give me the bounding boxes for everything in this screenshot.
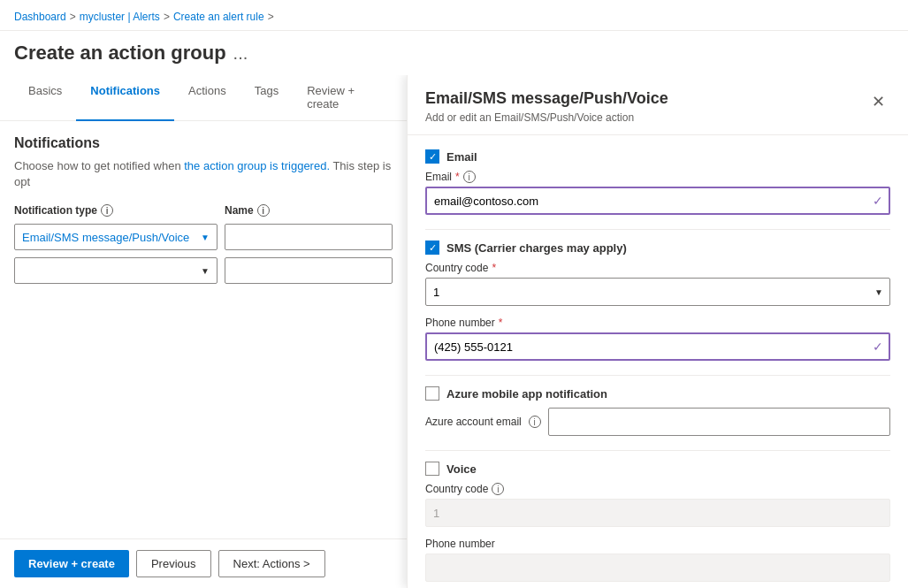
col-type-info-icon[interactable]: i	[101, 204, 113, 217]
flyout-close-button[interactable]: ✕	[866, 89, 890, 114]
breadcrumb-create-rule[interactable]: Create an alert rule	[173, 11, 264, 23]
email-input-wrapper: ✓	[425, 187, 890, 215]
divider-2	[425, 375, 890, 376]
content-wrapper: Basics Notifications Actions Tags Review…	[0, 75, 908, 588]
phone-number-label: Phone number *	[425, 317, 890, 329]
tab-basics[interactable]: Basics	[14, 75, 76, 121]
email-required-star: *	[455, 171, 460, 183]
flyout-header-text: Email/SMS message/Push/Voice Add or edit…	[425, 89, 668, 124]
phone-input[interactable]	[425, 332, 890, 361]
left-panel: Basics Notifications Actions Tags Review…	[0, 75, 407, 588]
email-info-icon[interactable]: i	[463, 171, 476, 183]
voice-checkbox-row: Voice	[425, 462, 890, 476]
phone-input-wrapper: ✓	[425, 332, 890, 361]
voice-country-input: 1	[425, 499, 890, 527]
section-title: Notifications	[14, 135, 393, 151]
breadcrumb-sep-1: >	[70, 11, 76, 23]
page-title-area: Create an action group ...	[0, 31, 908, 75]
voice-checkbox[interactable]	[425, 462, 439, 476]
notif-row-1: Email/SMS message/Push/Voice ▼	[14, 224, 393, 250]
voice-section: Voice Country code i 1 Phone number	[425, 462, 890, 582]
azure-email-row: Azure account email i	[425, 408, 890, 436]
col-name-header: Name i	[225, 204, 393, 217]
phone-number-row: Phone number * ✓	[425, 317, 890, 361]
azure-app-section: Azure mobile app notification Azure acco…	[425, 386, 890, 436]
voice-country-label: Country code i	[425, 483, 890, 495]
email-input[interactable]	[425, 187, 890, 215]
country-code-required-star: *	[492, 262, 496, 274]
notif-name-input-1[interactable]	[225, 224, 393, 250]
section-desc-link[interactable]: the action group is triggered.	[184, 159, 330, 172]
bottom-bar: Review + create Previous Next: Actions >	[0, 538, 407, 588]
azure-app-checkbox-row: Azure mobile app notification	[425, 386, 890, 401]
voice-country-info-icon[interactable]: i	[492, 483, 504, 495]
col-name-info-icon[interactable]: i	[257, 204, 270, 217]
notif-name-input-2[interactable]	[225, 257, 393, 284]
tabs: Basics Notifications Actions Tags Review…	[0, 75, 407, 121]
country-code-label: Country code *	[425, 262, 890, 274]
col-type-header: Notification type i	[14, 204, 217, 217]
email-checkbox[interactable]: ✓	[425, 149, 439, 164]
breadcrumb-dashboard[interactable]: Dashboard	[14, 11, 66, 23]
next-actions-button[interactable]: Next: Actions >	[218, 550, 325, 577]
email-section: ✓ Email Email * i ✓	[425, 149, 890, 215]
voice-phone-row: Phone number	[425, 538, 890, 582]
right-panel: Email/SMS message/Push/Voice Add or edit…	[407, 75, 908, 588]
flyout-body: ✓ Email Email * i ✓	[408, 135, 908, 588]
azure-email-label: Azure account email i	[425, 416, 541, 428]
azure-app-checkbox-label: Azure mobile app notification	[446, 387, 607, 401]
email-checkbox-row: ✓ Email	[425, 149, 890, 164]
voice-phone-label: Phone number	[425, 538, 890, 550]
azure-email-input[interactable]	[548, 408, 890, 436]
email-checkbox-label: Email	[446, 150, 477, 164]
divider-1	[425, 229, 890, 230]
sms-checkbox-row: ✓ SMS (Carrier charges may apply)	[425, 241, 890, 255]
email-label: Email * i	[425, 171, 890, 183]
phone-required-star: *	[499, 317, 503, 329]
notif-row-2: ▼	[14, 257, 393, 284]
breadcrumb-sep-3: >	[268, 11, 274, 23]
tab-tags[interactable]: Tags	[240, 75, 293, 121]
tab-notifications[interactable]: Notifications	[76, 75, 174, 121]
breadcrumb-mycluster[interactable]: mycluster | Alerts	[80, 11, 160, 23]
country-code-row: Country code * 1 44 91 ▼	[425, 262, 890, 306]
email-valid-icon: ✓	[873, 194, 883, 208]
voice-checkbox-label: Voice	[446, 462, 477, 476]
section-desc: Choose how to get notified when the acti…	[14, 158, 393, 190]
sms-section: ✓ SMS (Carrier charges may apply) Countr…	[425, 241, 890, 361]
tab-actions[interactable]: Actions	[174, 75, 240, 121]
notif-type-select-1[interactable]: Email/SMS message/Push/Voice ▼	[14, 224, 217, 250]
voice-phone-input	[425, 554, 890, 582]
email-form-row: Email * i ✓	[425, 171, 890, 215]
azure-email-info-icon[interactable]: i	[529, 416, 541, 428]
azure-email-row-wrapper: Azure account email i	[425, 408, 890, 436]
country-code-select[interactable]: 1 44 91	[425, 278, 890, 306]
flyout-subtitle: Add or edit an Email/SMS/Push/Voice acti…	[425, 111, 668, 124]
phone-valid-icon: ✓	[873, 340, 883, 354]
sms-checkbox-label: SMS (Carrier charges may apply)	[446, 241, 627, 255]
tab-review-create[interactable]: Review + create	[293, 75, 393, 121]
page-title: Create an action group	[14, 42, 226, 65]
azure-app-checkbox[interactable]	[425, 386, 439, 401]
app-container: Dashboard > mycluster | Alerts > Create …	[0, 0, 908, 588]
sms-checkbox[interactable]: ✓	[425, 241, 439, 255]
country-code-select-wrapper: 1 44 91 ▼	[425, 278, 890, 306]
review-create-button[interactable]: Review + create	[14, 550, 129, 577]
breadcrumb: Dashboard > mycluster | Alerts > Create …	[0, 0, 908, 31]
flyout-title: Email/SMS message/Push/Voice	[425, 89, 668, 108]
voice-country-row: Country code i 1	[425, 483, 890, 527]
divider-3	[425, 450, 890, 451]
notifications-content: Notifications Choose how to get notified…	[0, 121, 407, 538]
notif-table-header: Notification type i Name i	[14, 204, 393, 217]
page-title-more[interactable]: ...	[233, 43, 248, 64]
breadcrumb-sep-2: >	[164, 11, 170, 23]
flyout-header: Email/SMS message/Push/Voice Add or edit…	[408, 75, 908, 135]
select-chevron-1: ▼	[201, 233, 210, 242]
notif-type-select-2[interactable]: ▼	[14, 257, 217, 284]
previous-button[interactable]: Previous	[136, 550, 211, 577]
select-chevron-2: ▼	[201, 266, 210, 276]
